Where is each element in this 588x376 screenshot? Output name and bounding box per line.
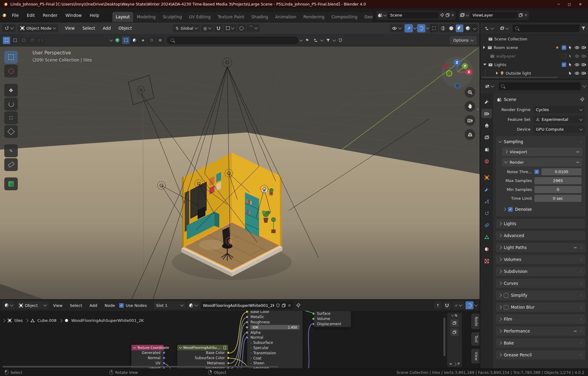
selectable-icon[interactable] [568, 46, 572, 50]
expand-icon[interactable] [483, 46, 485, 49]
sidebar-collapse-chevron[interactable]: ‹ [477, 106, 479, 112]
slot-dropdown[interactable]: Slot 1 [154, 301, 186, 309]
tab-tool[interactable] [481, 97, 492, 106]
minimize-button[interactable]: ─ [558, 2, 560, 6]
time-limit-value[interactable]: 0 sec [534, 195, 582, 202]
section-bake[interactable]: Bake∷ [496, 338, 585, 348]
menu-render[interactable]: Render [39, 13, 62, 18]
search-options-chevron[interactable] [299, 38, 303, 41]
render-camera-icon[interactable] [582, 46, 586, 49]
feature-set-dropdown[interactable]: ⚠ Experimental [533, 116, 585, 123]
collection-checkbox[interactable]: ✓ [562, 45, 566, 50]
camera-view-button[interactable] [465, 115, 475, 126]
section-advanced[interactable]: Advanced [496, 231, 585, 240]
node-snap-target-dropdown[interactable]: ⊹ [452, 301, 464, 309]
zoom-button[interactable] [465, 87, 475, 98]
filter-chevron[interactable] [332, 38, 336, 41]
bsdf-sheen-panel[interactable]: ›Sheen [247, 361, 303, 366]
node-horizontal-scrollbar[interactable] [2, 366, 278, 367]
tab-world[interactable] [481, 157, 492, 166]
preview-overlay-toggle[interactable] [466, 301, 473, 309]
tab-uv-editing[interactable]: UV Editing [186, 12, 214, 22]
pivot-point-dropdown[interactable]: ◎ [201, 24, 213, 32]
viewport-menu-object[interactable]: Object [115, 26, 135, 31]
breadcrumb-mesh[interactable]: Cube.008 [37, 318, 57, 323]
object-visibility-dropdown[interactable] [390, 24, 404, 32]
shading-material-preview-button[interactable] [456, 24, 463, 32]
tab-particles[interactable] [481, 197, 492, 206]
tool-measure[interactable] [4, 158, 18, 171]
wood-node-header[interactable]: WoodFlooringAshSuperWhite0... [177, 345, 228, 350]
denoise-checkbox[interactable]: ✓ [508, 207, 513, 212]
collapse-icon[interactable] [483, 64, 486, 65]
section-performance[interactable]: Performance≔∷ [496, 326, 585, 336]
outliner-row-room-scene[interactable]: Room scene ✓ [480, 43, 588, 52]
shading-solid-button[interactable] [447, 24, 455, 32]
denoise-subpanel[interactable]: ✓ Denoise [500, 204, 585, 213]
shading-dropdown-chevron[interactable] [473, 26, 476, 30]
tab-constraints[interactable] [481, 221, 492, 230]
tool-add-cube[interactable] [4, 177, 18, 190]
fake-user-shield-icon[interactable] [276, 303, 280, 307]
toggle-icon-e[interactable]: ⊞ [156, 37, 164, 44]
tool-select-box[interactable] [4, 51, 18, 64]
node-vertical-scrollbar[interactable] [443, 318, 445, 356]
navigation-gizmo[interactable]: Z Y X [442, 56, 473, 88]
toggle-icon-a[interactable] [122, 37, 130, 44]
editor-type-button[interactable] [2, 24, 16, 32]
shield-icon[interactable] [337, 37, 344, 44]
device-dropdown[interactable]: GPU Compute [533, 125, 585, 133]
select-mode-tweak[interactable] [3, 37, 10, 44]
noise-threshold-value[interactable]: 0.0100 [541, 168, 582, 175]
properties-search-input[interactable] [499, 82, 581, 90]
selectable-icon[interactable] [568, 63, 572, 67]
shader-menu-select[interactable]: Select [67, 303, 85, 308]
tab-shading[interactable]: Shading [248, 12, 272, 22]
close-button[interactable]: ✕ [579, 2, 582, 6]
parent-node-tree-button[interactable]: ↑ [434, 301, 442, 309]
tool-annotate[interactable]: ✎ [4, 144, 18, 157]
viewlayer-remove-icon[interactable]: ✕ [524, 13, 528, 17]
selectable-icon[interactable] [568, 54, 572, 58]
hide-eye-icon[interactable] [575, 72, 579, 75]
max-samples-value[interactable]: 2965 [534, 177, 582, 184]
tab-texture[interactable] [481, 256, 492, 266]
tool-rotate[interactable] [4, 98, 18, 110]
viewport-menu-select[interactable]: Select [79, 26, 99, 31]
breadcrumb-material[interactable]: WoodFlooringAshSuperWhite001_2K [71, 318, 144, 323]
render-camera-icon[interactable] [582, 54, 586, 58]
selectable-icon[interactable] [568, 71, 572, 75]
bsdf-specular-panel[interactable]: ›Specular [247, 345, 303, 351]
hide-eye-icon[interactable] [575, 63, 579, 66]
maximize-button[interactable]: ◻ [568, 2, 571, 6]
expand-chevron[interactable] [453, 362, 457, 366]
select-mode-box[interactable] [11, 37, 19, 44]
overlays-dropdown-chevron[interactable] [426, 26, 429, 29]
transform-orientation-dropdown[interactable]: ⇅Global [173, 24, 200, 32]
copy-node-button[interactable] [450, 319, 458, 327]
menu-edit[interactable]: Edit [23, 13, 39, 18]
menu-help[interactable]: Help [86, 13, 103, 18]
asset-overlay-icon[interactable] [312, 37, 319, 44]
shader-menu-node[interactable]: Node [101, 303, 118, 308]
tab-output[interactable] [481, 121, 492, 130]
bsdf-coat-panel[interactable]: ›Coat [247, 356, 303, 361]
gizmo-dropdown-chevron[interactable] [413, 26, 417, 29]
properties-pin-icon[interactable] [580, 97, 584, 102]
section-simplify[interactable]: ✓Simplify∷ [496, 291, 585, 300]
outliner-row-wallpaper[interactable]: wallpaper ✓ [480, 52, 588, 60]
show-overlays-toggle[interactable] [417, 24, 425, 32]
outliner-funnel-icon[interactable] [581, 26, 586, 30]
node-principled-bsdf[interactable]: Base Color Metallic Roughness IOR1.450 A… [247, 311, 303, 368]
render-camera-icon[interactable] [582, 63, 586, 66]
pan-button[interactable] [465, 101, 475, 112]
tab-physics[interactable] [481, 209, 492, 218]
node-canvas[interactable]: tiles Cube.008 WoodFlooringAshSuperWhite… [0, 311, 480, 368]
tool-cursor[interactable] [4, 65, 18, 77]
tab-animation[interactable]: Animation [272, 12, 300, 22]
material-name-field[interactable]: WoodFlooringAshSuperWhite001_2K [203, 303, 274, 308]
render-camera-icon[interactable] [582, 71, 586, 75]
copy-node-button-2[interactable] [450, 329, 458, 336]
tab-compositing[interactable]: Compositing [328, 12, 361, 22]
collection-checkbox-off[interactable]: ✓ [562, 54, 566, 58]
